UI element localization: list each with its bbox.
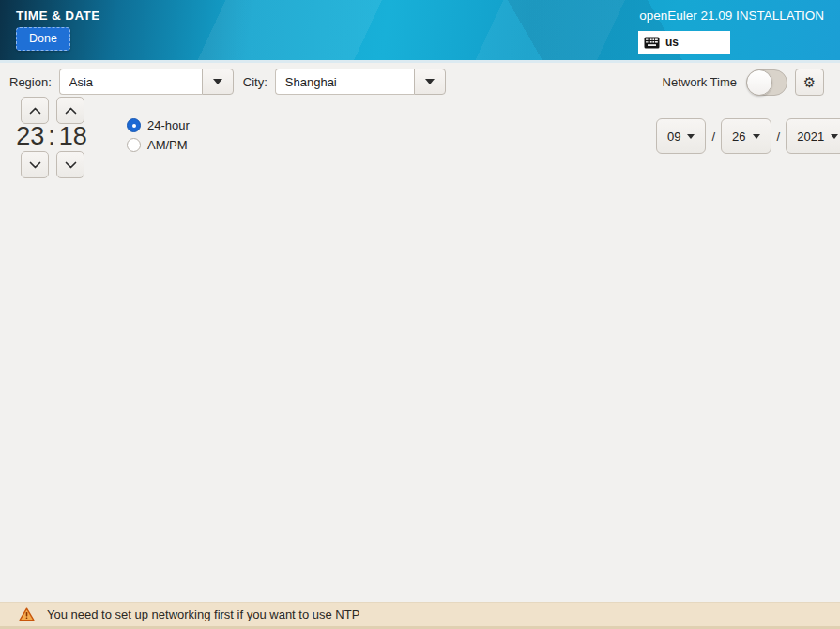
chevron-down-icon bbox=[425, 79, 435, 84]
warning-triangle-icon bbox=[19, 607, 35, 621]
time-colon: : bbox=[48, 122, 55, 151]
chevron-down-icon bbox=[213, 79, 222, 84]
hours-up-button[interactable] bbox=[21, 97, 49, 124]
warning-bar: You need to set up networking first if y… bbox=[0, 602, 840, 629]
month-dropdown[interactable]: 09 bbox=[656, 118, 706, 154]
region-dropdown-button[interactable] bbox=[202, 69, 234, 95]
toggle-knob[interactable] bbox=[746, 69, 772, 96]
time-format-group: 24-hour AM/PM bbox=[127, 117, 190, 157]
chevron-down-icon bbox=[29, 161, 41, 169]
gear-icon: ⚙ bbox=[803, 74, 816, 91]
day-value: 26 bbox=[732, 130, 745, 144]
hours-down-button[interactable] bbox=[21, 151, 49, 178]
city-entry[interactable]: Shanghai bbox=[275, 69, 414, 95]
date-separator: / bbox=[711, 130, 715, 144]
month-value: 09 bbox=[667, 130, 680, 144]
city-label: City: bbox=[243, 75, 267, 89]
date-group: 09 / 26 / 2021 bbox=[656, 118, 840, 154]
radio-24-hour[interactable]: 24-hour bbox=[127, 117, 190, 133]
year-value: 2021 bbox=[797, 130, 824, 144]
time-display: 23 : 18 bbox=[15, 122, 88, 151]
radio-am-pm[interactable]: AM/PM bbox=[127, 137, 190, 153]
minutes-down-button[interactable] bbox=[56, 151, 84, 178]
done-button[interactable]: Done bbox=[16, 27, 70, 51]
region-combobox[interactable]: Asia bbox=[59, 69, 234, 95]
chevron-up-icon bbox=[29, 107, 41, 115]
chevron-down-icon bbox=[753, 134, 760, 139]
time-hours: 23 bbox=[16, 122, 44, 151]
installer-title: openEuler 21.09 INSTALLATION bbox=[639, 8, 824, 23]
radio-unselected-icon[interactable] bbox=[127, 138, 141, 152]
date-separator: / bbox=[777, 130, 781, 144]
page-title: TIME & DATE bbox=[16, 8, 100, 23]
header-bar: TIME & DATE Done openEuler 21.09 INSTALL… bbox=[0, 0, 840, 60]
region-entry[interactable]: Asia bbox=[59, 69, 202, 95]
locale-row: Region: Asia City: Shanghai bbox=[9, 69, 446, 95]
city-combobox[interactable]: Shanghai bbox=[275, 69, 446, 95]
keyboard-icon bbox=[644, 37, 660, 49]
year-dropdown[interactable]: 2021 bbox=[786, 118, 840, 154]
chevron-down-icon bbox=[831, 134, 838, 139]
chevron-up-icon bbox=[65, 107, 77, 115]
radio-selected-icon[interactable] bbox=[127, 118, 141, 132]
radio-label[interactable]: AM/PM bbox=[147, 138, 188, 152]
keyboard-layout-code: us bbox=[665, 36, 679, 49]
header-divider bbox=[0, 60, 840, 63]
day-dropdown[interactable]: 26 bbox=[721, 118, 771, 154]
network-time-toggle[interactable] bbox=[746, 69, 787, 96]
time-minutes: 18 bbox=[59, 122, 87, 151]
chevron-down-icon bbox=[65, 161, 77, 169]
warning-message: You need to set up networking first if y… bbox=[47, 607, 359, 621]
radio-label[interactable]: 24-hour bbox=[147, 118, 190, 132]
keyboard-layout-indicator[interactable]: us bbox=[638, 31, 730, 54]
network-time-label: Network Time bbox=[663, 75, 737, 89]
ntp-config-button[interactable]: ⚙ bbox=[795, 69, 824, 96]
region-label: Region: bbox=[9, 75, 52, 89]
minutes-up-button[interactable] bbox=[56, 97, 84, 124]
city-dropdown-button[interactable] bbox=[414, 69, 446, 95]
chevron-down-icon bbox=[687, 134, 695, 139]
network-time-group: Network Time ⚙ bbox=[663, 69, 824, 96]
